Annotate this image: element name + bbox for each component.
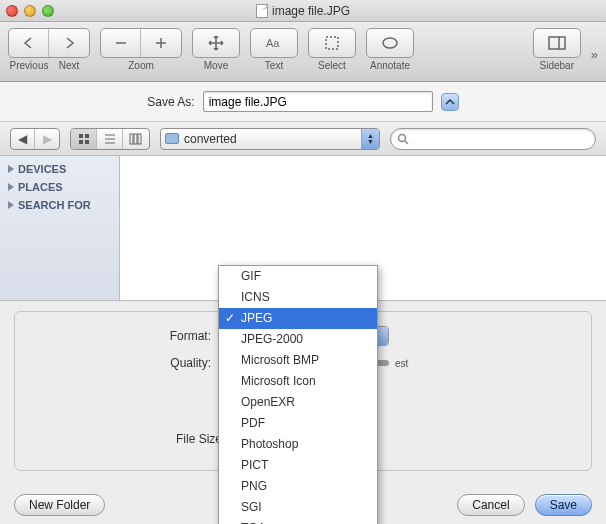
move-icon [208,35,224,51]
window-title-text: image file.JPG [272,4,350,18]
format-option[interactable]: Photoshop [219,434,377,455]
previous-label: Previous [9,60,49,71]
format-option[interactable]: OpenEXR [219,392,377,413]
svg-rect-14 [138,134,141,144]
browser-nav: ◀ ▶ converted ▲▼ [0,122,606,156]
format-option[interactable]: JPEG [219,308,377,329]
format-dropdown-menu: GIFICNSJPEGJPEG-2000Microsoft BMPMicroso… [218,265,378,524]
format-label: Format: [31,329,211,343]
back-button[interactable]: ◀ [11,129,35,149]
columns-icon [129,133,143,145]
format-option[interactable]: TGA [219,518,377,524]
format-option[interactable]: ICNS [219,287,377,308]
sidebar-item-devices[interactable]: DEVICES [0,160,119,178]
zoom-segment [100,28,182,58]
quality-end-label: est [395,358,408,369]
sidebar-toggle-button[interactable] [534,29,580,57]
disclosure-triangle-icon [6,200,16,210]
format-option[interactable]: PICT [219,455,377,476]
next-label: Next [49,60,89,71]
svg-text:Aa: Aa [266,37,280,49]
save-button[interactable]: Save [535,494,592,516]
toolbar: PreviousNext Zoom Move Aa Text Select An… [0,22,606,82]
history-segment: ◀ ▶ [10,128,60,150]
new-folder-button[interactable]: New Folder [14,494,105,516]
disclosure-triangle-icon [6,182,16,192]
sidebar-item-searchfor[interactable]: SEARCH FOR [0,196,119,214]
next-button[interactable] [49,29,89,57]
svg-point-2 [383,38,397,48]
grid-icon [78,133,90,145]
column-view-button[interactable] [123,129,149,149]
folder-popup[interactable]: converted ▲▼ [160,128,380,150]
disclosure-triangle-icon [6,164,16,174]
save-as-label: Save As: [147,95,194,109]
folder-icon [165,133,179,144]
format-option[interactable]: Microsoft BMP [219,350,377,371]
expand-dialog-button[interactable] [441,93,459,111]
text-icon: Aa [265,36,283,50]
format-option[interactable]: GIF [219,266,377,287]
sidebar-label: PLACES [18,181,63,193]
sidebar-item-places[interactable]: PLACES [0,178,119,196]
chevron-up-icon [445,98,455,106]
folder-name: converted [184,132,237,146]
format-option[interactable]: Microsoft Icon [219,371,377,392]
plus-icon [154,36,168,50]
svg-rect-12 [130,134,133,144]
svg-rect-5 [79,134,83,138]
svg-point-15 [399,134,406,141]
list-view-button[interactable] [97,129,123,149]
move-label: Move [204,60,228,71]
svg-rect-3 [549,37,565,49]
zoom-out-button[interactable] [101,29,141,57]
text-tool-button[interactable]: Aa [251,29,297,57]
sidebar-label: SEARCH FOR [18,199,91,211]
svg-rect-13 [134,134,137,144]
window-title: image file.JPG [0,4,606,18]
icon-view-button[interactable] [71,129,97,149]
minus-icon [114,36,128,50]
search-icon [397,133,409,145]
document-icon [256,4,268,18]
format-option[interactable]: PDF [219,413,377,434]
save-as-row: Save As: [0,82,606,122]
format-option[interactable]: SGI [219,497,377,518]
quality-label: Quality: [31,356,211,370]
nav-segment [8,28,90,58]
save-as-input[interactable] [203,91,433,112]
view-mode-segment [70,128,150,150]
svg-rect-8 [85,140,89,144]
format-option[interactable]: PNG [219,476,377,497]
select-tool-button[interactable] [309,29,355,57]
annotate-label: Annotate [370,60,410,71]
list-icon [104,133,116,145]
svg-rect-7 [79,140,83,144]
zoom-label: Zoom [128,60,154,71]
svg-rect-1 [326,37,338,49]
cancel-button[interactable]: Cancel [457,494,524,516]
popup-arrows-icon: ▲▼ [361,129,379,149]
search-field[interactable] [390,128,596,150]
svg-rect-6 [85,134,89,138]
format-option[interactable]: JPEG-2000 [219,329,377,350]
zoom-in-button[interactable] [141,29,181,57]
select-label: Select [318,60,346,71]
sidebar: DEVICES PLACES SEARCH FOR [0,156,120,300]
annotate-icon [381,36,399,50]
text-label: Text [265,60,283,71]
toolbar-overflow-icon[interactable]: » [591,47,598,62]
arrow-right-icon [61,36,77,50]
svg-line-16 [405,141,408,144]
titlebar: image file.JPG [0,0,606,22]
move-tool-button[interactable] [193,29,239,57]
forward-button[interactable]: ▶ [35,129,59,149]
arrow-left-icon [21,36,37,50]
sidebar-icon [548,36,566,50]
previous-button[interactable] [9,29,49,57]
annotate-tool-button[interactable] [367,29,413,57]
select-icon [324,35,340,51]
sidebar-label: Sidebar [540,60,574,71]
sidebar-label: DEVICES [18,163,66,175]
